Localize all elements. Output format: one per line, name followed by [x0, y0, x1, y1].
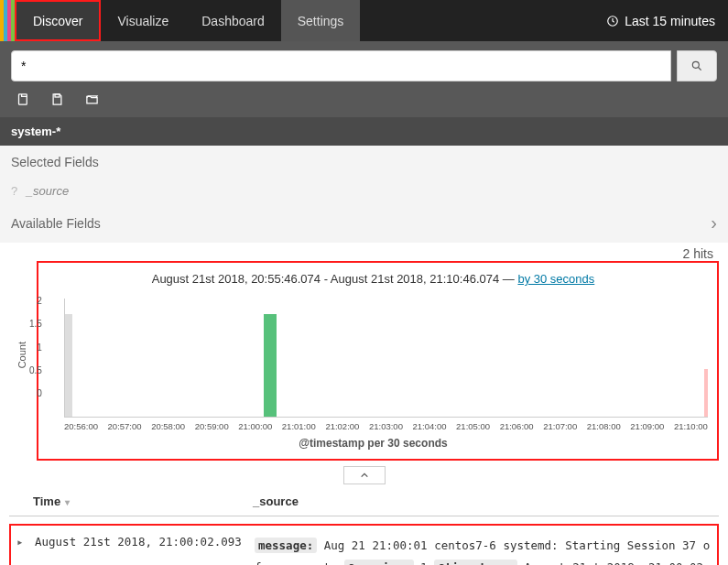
search-toolbar: [0, 41, 728, 117]
chevron-right-icon[interactable]: ›: [711, 212, 717, 234]
cell-source: message: Aug 21 21:00:01 centos7-6 syste…: [255, 535, 712, 565]
chevron-up-icon: [359, 471, 370, 480]
chart-title: August 21st 2018, 20:55:46.074 - August …: [38, 272, 708, 286]
interval-link[interactable]: by 30 seconds: [517, 272, 594, 286]
tab-discover[interactable]: Discover: [15, 0, 101, 41]
svg-rect-2: [19, 94, 27, 104]
selected-fields-heading: Selected Fields: [0, 146, 728, 179]
chart-xaxis: 20:56:00 20:57:00 20:58:00 20:59:00 21:0…: [64, 421, 708, 431]
available-fields-heading: Available Fields: [11, 216, 101, 231]
chart-bar[interactable]: [264, 314, 277, 417]
field-item-label: _source: [27, 184, 69, 198]
search-icon: [690, 60, 703, 72]
clock-icon: [606, 15, 619, 27]
results-body: ▸ August 21st 2018, 21:00:02.093 message…: [9, 524, 719, 565]
logo-color-strip: [0, 0, 15, 41]
top-nav: Discover Visualize Dashboard Settings La…: [0, 0, 728, 41]
column-time[interactable]: Time ▾: [33, 494, 253, 508]
chart-yaxis: 2 1.5 1 0.5 0: [29, 296, 46, 398]
field-type-unknown-icon: ?: [11, 184, 17, 198]
chart-bar-edge-right: [704, 369, 708, 417]
chart-bar-edge-left: [65, 314, 72, 417]
field-item-source[interactable]: ? _source: [0, 179, 728, 203]
fields-panel: Selected Fields ? _source Available Fiel…: [0, 146, 728, 243]
field-tag-timestamp: @timestamp:: [434, 560, 517, 565]
chart-ylabel: Count: [15, 342, 29, 368]
nav-tabs: Discover Visualize Dashboard Settings: [15, 0, 360, 41]
tab-visualize[interactable]: Visualize: [101, 0, 185, 41]
cell-time: August 21st 2018, 21:00:02.093: [35, 535, 255, 549]
save-icon[interactable]: [50, 92, 64, 106]
new-search-icon[interactable]: [16, 92, 30, 106]
hit-count: 2 hits: [0, 243, 728, 261]
table-header: Time ▾ _source: [9, 487, 719, 516]
time-picker[interactable]: Last 15 minutes: [593, 0, 728, 41]
tab-settings[interactable]: Settings: [281, 0, 361, 41]
index-pattern-bar[interactable]: system-*: [0, 117, 728, 146]
search-input[interactable]: [11, 50, 671, 81]
expand-row-icon[interactable]: ▸: [16, 535, 35, 549]
field-tag-message: message:: [255, 538, 317, 553]
tab-dashboard[interactable]: Dashboard: [185, 0, 281, 41]
chart-xlabel: @timestamp per 30 seconds: [38, 437, 708, 450]
table-row: ▸ August 21st 2018, 21:00:02.093 message…: [11, 526, 717, 565]
histogram-chart: August 21st 2018, 20:55:46.074 - August …: [37, 261, 719, 461]
svg-rect-3: [55, 94, 60, 97]
sort-desc-icon: ▾: [62, 497, 70, 507]
search-button[interactable]: [677, 50, 717, 81]
time-picker-label: Last 15 minutes: [625, 14, 715, 28]
collapse-chart-button[interactable]: [343, 466, 386, 484]
chart-plot-area[interactable]: [64, 299, 708, 418]
svg-point-1: [692, 61, 699, 68]
open-icon[interactable]: [84, 92, 100, 106]
column-source[interactable]: _source: [253, 494, 713, 508]
field-tag-version: @version:: [344, 560, 414, 565]
results-table: Time ▾ _source: [9, 487, 719, 516]
